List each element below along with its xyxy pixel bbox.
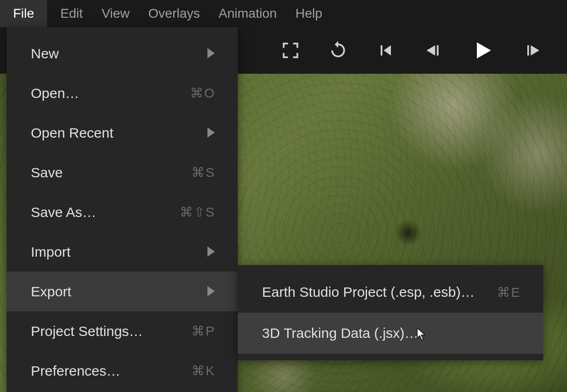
menubar: File Edit View Overlays Animation Help <box>0 0 567 27</box>
export-submenu: Earth Studio Project (.esp, .esb)… ⌘E 3D… <box>238 265 543 360</box>
menu-item-shortcut: ⌘P <box>191 323 215 339</box>
loop-icon[interactable] <box>328 40 348 61</box>
menubar-item-help[interactable]: Help <box>296 0 341 27</box>
menubar-item-animation[interactable]: Animation <box>219 0 296 27</box>
menu-item-save-as[interactable]: Save As… ⌘⇧S <box>7 192 238 232</box>
menu-item-shortcut: ⌘K <box>191 363 215 378</box>
menu-item-open-recent[interactable]: Open Recent <box>7 113 238 153</box>
menubar-item-file[interactable]: File <box>0 0 47 27</box>
submenu-item-label: Earth Studio Project (.esp, .esb)… <box>262 284 475 300</box>
submenu-item-3d-tracking-data[interactable]: 3D Tracking Data (.jsx)… <box>238 313 543 354</box>
menu-item-label: Import <box>31 244 203 260</box>
menu-item-preferences[interactable]: Preferences… ⌘K <box>7 351 238 391</box>
menu-item-shortcut: ⌘S <box>191 165 215 180</box>
skip-to-start-icon[interactable] <box>376 40 396 61</box>
menu-item-label: Export <box>31 284 203 300</box>
menubar-item-overlays[interactable]: Overlays <box>149 0 219 27</box>
menu-item-label: Open Recent <box>31 125 203 141</box>
menu-item-label: Preferences… <box>31 363 191 379</box>
menubar-item-view[interactable]: View <box>101 0 148 27</box>
submenu-item-label: 3D Tracking Data (.jsx)… <box>262 325 418 341</box>
menu-item-project-settings[interactable]: Project Settings… ⌘P <box>7 311 238 351</box>
menu-item-export[interactable]: Export <box>7 272 238 311</box>
menu-item-open[interactable]: Open… ⌘O <box>7 73 238 113</box>
fullscreen-icon[interactable] <box>280 40 301 61</box>
menu-item-save[interactable]: Save ⌘S <box>7 153 238 192</box>
submenu-arrow-icon <box>207 125 215 141</box>
menu-item-label: Project Settings… <box>31 323 191 339</box>
menu-item-label: Save As… <box>31 204 180 220</box>
menubar-item-edit[interactable]: Edit <box>60 0 101 27</box>
play-icon[interactable] <box>471 38 495 63</box>
submenu-arrow-icon <box>207 46 215 62</box>
menu-item-label: Save <box>31 165 191 181</box>
menu-item-new[interactable]: New <box>7 34 238 73</box>
menu-item-shortcut: ⌘⇧S <box>180 204 215 220</box>
submenu-arrow-icon <box>207 244 215 260</box>
menu-item-shortcut: ⌘O <box>190 85 215 101</box>
submenu-arrow-icon <box>207 284 215 300</box>
submenu-item-earth-studio-project[interactable]: Earth Studio Project (.esp, .esb)… ⌘E <box>238 272 543 313</box>
step-back-icon[interactable] <box>423 40 444 61</box>
menu-item-label: Open… <box>31 85 190 101</box>
menu-item-label: New <box>31 46 203 62</box>
step-forward-icon[interactable] <box>522 40 543 61</box>
submenu-item-shortcut: ⌘E <box>497 285 521 300</box>
menu-item-import[interactable]: Import <box>7 232 238 272</box>
file-dropdown-menu: New Open… ⌘O Open Recent Save ⌘S Save As… <box>7 27 238 392</box>
